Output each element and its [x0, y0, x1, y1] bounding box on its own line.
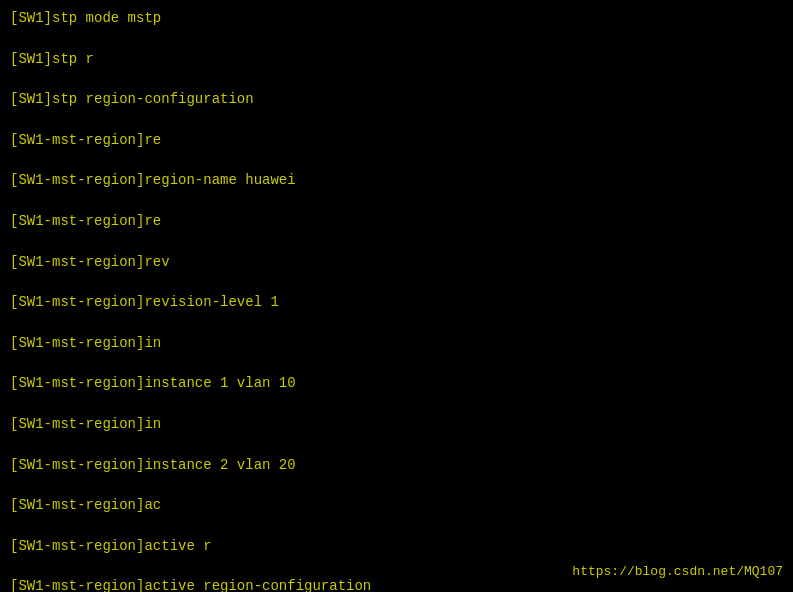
- watermark: https://blog.csdn.net/MQ107: [572, 563, 783, 582]
- terminal-line: [SW1]stp mode mstp: [10, 8, 783, 28]
- terminal-line: [SW1-mst-region]instance 1 vlan 10: [10, 373, 783, 393]
- terminal-output: [SW1]stp mode mstp [SW1]stp r [SW1]stp r…: [10, 8, 783, 592]
- terminal-line: [SW1-mst-region]in: [10, 333, 783, 353]
- terminal-line: [SW1-mst-region]re: [10, 211, 783, 231]
- terminal-line: [SW1-mst-region]rev: [10, 252, 783, 272]
- terminal-line: [SW1]stp r: [10, 49, 783, 69]
- terminal-line: [SW1-mst-region]region-name huawei: [10, 170, 783, 190]
- terminal-line: [SW1-mst-region]re: [10, 130, 783, 150]
- terminal-line: [SW1-mst-region]revision-level 1: [10, 292, 783, 312]
- terminal-window: [SW1]stp mode mstp [SW1]stp r [SW1]stp r…: [0, 0, 793, 592]
- terminal-line: [SW1-mst-region]ac: [10, 495, 783, 515]
- terminal-line: [SW1-mst-region]in: [10, 414, 783, 434]
- terminal-line: [SW1-mst-region]instance 2 vlan 20: [10, 455, 783, 475]
- terminal-line: [SW1]stp region-configuration: [10, 89, 783, 109]
- terminal-line: [SW1-mst-region]active r: [10, 536, 783, 556]
